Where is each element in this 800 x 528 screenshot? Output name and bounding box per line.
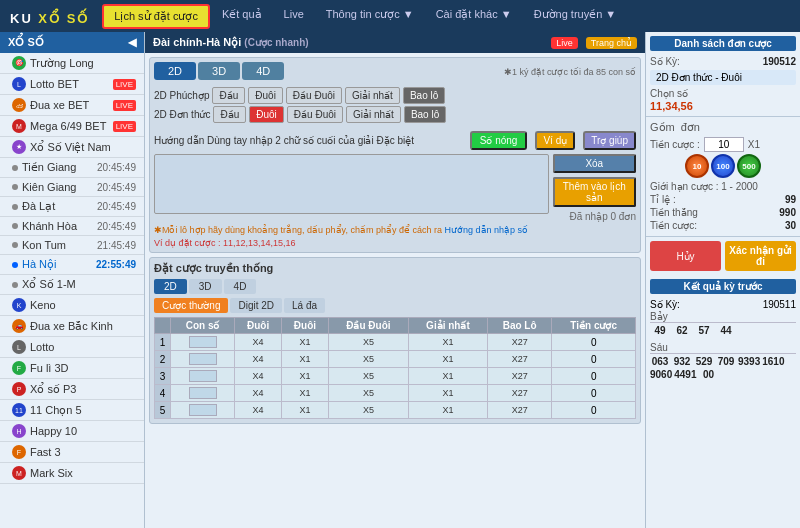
amount-cell-1: 0 [552,334,636,351]
cancel-btn[interactable]: Hủy [650,241,721,271]
donthu-duoi-btn[interactable]: Đuôi [249,106,284,123]
quick-tab-3d[interactable]: 3D [198,62,240,80]
tab-live[interactable]: Live [274,4,314,29]
gioi-han-label: Giới hạn cược : 1 - 2000 [650,181,758,192]
col-dau-duoi: Đầu Đuôi [328,318,408,334]
lotto-bet-icon: L [12,77,26,91]
sidebar-item-lotto-bet[interactable]: L Lotto BET LIVE [0,74,144,95]
trad-tab-4d[interactable]: 4D [224,279,257,294]
sidebar-item-kon-tum[interactable]: Kon Tum 21:45:49 [0,236,144,255]
number-input[interactable] [154,154,549,214]
odds-cell-2-1: X1 [282,351,329,368]
logo: KU XỔ SỐ [10,5,89,28]
clear-btn[interactable]: Xóa [553,154,636,173]
sidebar-label-keno: Keno [30,299,56,311]
sidebar-item-ha-noi[interactable]: Hà Nội 22:55:49 [0,255,144,275]
con-so-cell-5[interactable] [171,402,235,419]
quick-type-tabs: 2D 3D 4D [154,62,284,80]
tien-cuoc-input[interactable] [704,137,744,152]
con-so-cell-3[interactable] [171,368,235,385]
con-so-input-3[interactable] [189,370,217,382]
sidebar-label-lotto: Lotto [30,341,54,353]
warning-link[interactable]: Hướng dẫn nhập số [444,225,528,235]
odds-cell-2-3: X1 [408,351,487,368]
input-area: Xóa Thêm vào lịch sản Đã nhập 0 đơn ✱Mỗi… [154,154,636,248]
sidebar-item-da-lat[interactable]: Đà Lạt 20:45:49 [0,197,144,217]
sidebar-item-happy-10[interactable]: H Happy 10 [0,421,144,442]
sidebar-item-kien-giang[interactable]: Kiên Giang 20:45:49 [0,178,144,197]
phuchop-duoi-btn[interactable]: Đuôi [248,87,283,104]
sidebar-item-tien-giang[interactable]: Tiền Giang 20:45:49 [0,158,144,178]
bet-type-la-da[interactable]: Lá đa [284,298,325,313]
sidebar-item-xo-so-vn[interactable]: ★ Xổ Số Việt Nam [0,137,144,158]
tien-cuoc-label: Tiền cược : [650,139,700,150]
fast-3-icon: F [12,445,26,459]
mark-six-icon: M [12,466,26,480]
sidebar-item-fast-3[interactable]: F Fast 3 [0,442,144,463]
tab-ket-qua[interactable]: Kết quả [212,4,272,29]
sidebar-item-dua-xe-bk[interactable]: 🚗 Đua xe Bắc Kinh [0,316,144,337]
tab-lich-su[interactable]: Lịch sử đặt cược [102,4,210,29]
con-so-cell-2[interactable] [171,351,235,368]
chip-100[interactable]: 100 [711,154,735,178]
donthu-giainhut-btn[interactable]: Giải nhất [346,106,401,123]
donthu-baolo-btn[interactable]: Bao lô [404,106,446,123]
quick-tab-2d[interactable]: 2D [154,62,196,80]
tab-cai-dat[interactable]: Cài đặt khác ▼ [426,4,522,29]
sidebar-item-xo-so-1m[interactable]: Xổ Số 1-M [0,275,144,295]
tab-thong-tin[interactable]: Thông tin cược ▼ [316,4,424,29]
odds-cell-5-2: X5 [328,402,408,419]
bet-type-display: 2D Đơn thức - Đuôi [650,70,796,85]
mega-bet-icon: M [12,119,26,133]
amount-cell-3: 0 [552,368,636,385]
sidebar-collapse-icon[interactable]: ◀ [128,36,136,49]
sidebar-item-keno[interactable]: K Keno [0,295,144,316]
sidebar-item-11-chon-5[interactable]: 11 11 Chọn 5 [0,400,144,421]
tien-thang-value: 990 [779,207,796,218]
sidebar-item-xo-so-p3[interactable]: P Xổ số P3 [0,379,144,400]
con-so-input-4[interactable] [189,387,217,399]
con-so-input-2[interactable] [189,353,217,365]
sidebar-label-lotto-bet: Lotto BET [30,78,79,90]
sidebar-item-dua-xe-bet[interactable]: 🏎 Đua xe BET LIVE [0,95,144,116]
phuchop-dau-btn[interactable]: Đầu [212,87,245,104]
phuchop-baolo-btn[interactable]: Bao lô [403,87,445,104]
trad-table-row-2: 2X4X1X5X1X270 [155,351,636,368]
con-so-input-5[interactable] [189,404,217,416]
nav-tabs: Lịch sử đặt cược Kết quả Live Thông tin … [102,4,790,29]
guide-row: Hướng dẫn Dùng tay nhập 2 chữ số cuối củ… [154,127,636,154]
history-numbers-bay: 49 62 57 44 [650,325,796,336]
add-history-btn[interactable]: Thêm vào lịch sản [553,177,636,207]
quick-tab-4d[interactable]: 4D [242,62,284,80]
chip-500[interactable]: 500 [737,154,761,178]
tab-duong-truyen[interactable]: Đường truyền ▼ [524,4,627,29]
bet-type-cuoc-thuong[interactable]: Cược thường [154,298,228,313]
khanh-hoa-time: 20:45:49 [97,221,136,232]
con-so-cell-4[interactable] [171,385,235,402]
donthu-dau-btn[interactable]: Đầu [213,106,246,123]
sidebar-item-truong-long[interactable]: 🎯 Trường Long [0,53,144,74]
sidebar-item-mega-bet[interactable]: M Mega 6/49 BET LIVE [0,116,144,137]
chip-10[interactable]: 10 [685,154,709,178]
amount-cell-4: 0 [552,385,636,402]
hot-btn[interactable]: Số nóng [470,131,528,150]
row-num-5: 5 [155,402,171,419]
trad-tab-3d[interactable]: 3D [189,279,222,294]
right-panel: Danh sách đơn cược Số Kỳ: 190512 2D Đơn … [645,32,800,528]
con-so-cell-1[interactable] [171,334,235,351]
example-btn[interactable]: Ví dụ [535,131,575,150]
chon-so-value: 11,34,56 [650,100,796,112]
help-btn[interactable]: Trợ giúp [583,131,636,150]
sidebar-item-mark-six[interactable]: M Mark Six [0,463,144,484]
bet-type-digit-2d[interactable]: Digit 2D [230,298,282,313]
donthu-dauduoi-btn[interactable]: Đầu Đuôi [287,106,343,123]
phuchop-giainhut-btn[interactable]: Giải nhất [345,87,400,104]
sidebar-item-fu-li[interactable]: F Fu lì 3D [0,358,144,379]
phuchop-dauduoi-btn[interactable]: Đầu Đuôi [286,87,342,104]
sidebar-item-khanh-hoa[interactable]: Khánh Hòa 20:45:49 [0,217,144,236]
confirm-btn[interactable]: Xác nhận gửi đi [725,241,796,271]
trad-tab-2d[interactable]: 2D [154,279,187,294]
chip-area: 10 100 500 [650,154,796,178]
con-so-input-1[interactable] [189,336,217,348]
sidebar-item-lotto[interactable]: L Lotto [0,337,144,358]
